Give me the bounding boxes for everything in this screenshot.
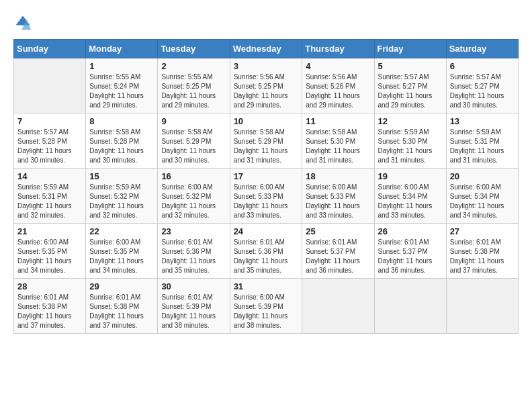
- day-number: 29: [89, 281, 154, 291]
- day-info: Sunrise: 5:59 AMSunset: 5:32 PMDaylight:…: [89, 183, 154, 220]
- calendar-cell: 23Sunrise: 6:01 AMSunset: 5:36 PMDayligh…: [158, 224, 230, 279]
- day-info: Sunrise: 6:00 AMSunset: 5:32 PMDaylight:…: [161, 183, 226, 220]
- calendar-cell: 19Sunrise: 6:00 AMSunset: 5:34 PMDayligh…: [374, 169, 446, 224]
- day-info: Sunrise: 6:00 AMSunset: 5:35 PMDaylight:…: [89, 238, 154, 275]
- day-number: 8: [89, 116, 154, 126]
- page-header: [13, 13, 519, 32]
- header-friday: Friday: [374, 40, 446, 58]
- header-thursday: Thursday: [302, 40, 374, 58]
- day-info: Sunrise: 6:00 AMSunset: 5:33 PMDaylight:…: [234, 183, 299, 220]
- day-number: 5: [378, 61, 443, 71]
- day-number: 14: [17, 171, 82, 181]
- logo-icon: [13, 13, 32, 32]
- day-number: 16: [161, 171, 226, 181]
- day-info: Sunrise: 6:00 AMSunset: 5:35 PMDaylight:…: [17, 238, 82, 275]
- day-info: Sunrise: 5:57 AMSunset: 5:28 PMDaylight:…: [17, 128, 82, 165]
- calendar-week-row: 7Sunrise: 5:57 AMSunset: 5:28 PMDaylight…: [14, 113, 519, 169]
- day-info: Sunrise: 6:01 AMSunset: 5:38 PMDaylight:…: [17, 293, 82, 330]
- day-number: 18: [306, 171, 370, 181]
- calendar-cell: 5Sunrise: 5:57 AMSunset: 5:27 PMDaylight…: [374, 58, 446, 113]
- day-info: Sunrise: 5:58 AMSunset: 5:29 PMDaylight:…: [161, 128, 226, 165]
- calendar-cell: 27Sunrise: 6:01 AMSunset: 5:38 PMDayligh…: [446, 224, 518, 279]
- calendar-cell: 26Sunrise: 6:01 AMSunset: 5:37 PMDayligh…: [374, 224, 446, 279]
- day-number: 17: [234, 171, 299, 181]
- day-number: 27: [450, 226, 515, 236]
- calendar-cell: 12Sunrise: 5:59 AMSunset: 5:30 PMDayligh…: [374, 113, 446, 169]
- calendar-cell: 14Sunrise: 5:59 AMSunset: 5:31 PMDayligh…: [14, 169, 86, 224]
- calendar-cell: [374, 279, 446, 334]
- day-info: Sunrise: 6:01 AMSunset: 5:38 PMDaylight:…: [89, 293, 154, 330]
- calendar-cell: 20Sunrise: 6:00 AMSunset: 5:34 PMDayligh…: [446, 169, 518, 224]
- day-number: 21: [17, 226, 82, 236]
- calendar-cell: 11Sunrise: 5:58 AMSunset: 5:30 PMDayligh…: [302, 113, 374, 169]
- day-info: Sunrise: 5:56 AMSunset: 5:25 PMDaylight:…: [234, 73, 299, 110]
- calendar-cell: 30Sunrise: 6:01 AMSunset: 5:39 PMDayligh…: [158, 279, 230, 334]
- day-number: 9: [161, 116, 226, 126]
- day-info: Sunrise: 6:00 AMSunset: 5:34 PMDaylight:…: [450, 183, 515, 220]
- day-number: 6: [450, 61, 515, 71]
- header-sunday: Sunday: [14, 40, 86, 58]
- day-info: Sunrise: 6:00 AMSunset: 5:39 PMDaylight:…: [234, 293, 299, 330]
- day-info: Sunrise: 5:59 AMSunset: 5:31 PMDaylight:…: [17, 183, 82, 220]
- day-number: 2: [161, 61, 226, 71]
- calendar-cell: 22Sunrise: 6:00 AMSunset: 5:35 PMDayligh…: [86, 224, 158, 279]
- day-number: 26: [378, 226, 443, 236]
- day-info: Sunrise: 5:58 AMSunset: 5:29 PMDaylight:…: [234, 128, 299, 165]
- calendar-week-row: 14Sunrise: 5:59 AMSunset: 5:31 PMDayligh…: [14, 169, 519, 224]
- calendar-week-row: 1Sunrise: 5:55 AMSunset: 5:24 PMDaylight…: [14, 58, 519, 113]
- day-info: Sunrise: 6:01 AMSunset: 5:36 PMDaylight:…: [234, 238, 299, 275]
- calendar-cell: 18Sunrise: 6:00 AMSunset: 5:33 PMDayligh…: [302, 169, 374, 224]
- calendar-cell: 7Sunrise: 5:57 AMSunset: 5:28 PMDaylight…: [14, 113, 86, 169]
- header-tuesday: Tuesday: [158, 40, 230, 58]
- calendar-cell: 10Sunrise: 5:58 AMSunset: 5:29 PMDayligh…: [230, 113, 302, 169]
- day-number: 12: [378, 116, 443, 126]
- calendar-cell: 15Sunrise: 5:59 AMSunset: 5:32 PMDayligh…: [86, 169, 158, 224]
- logo: [13, 13, 35, 32]
- calendar-cell: 25Sunrise: 6:01 AMSunset: 5:37 PMDayligh…: [302, 224, 374, 279]
- calendar-week-row: 28Sunrise: 6:01 AMSunset: 5:38 PMDayligh…: [14, 279, 519, 334]
- day-number: 24: [234, 226, 299, 236]
- header-monday: Monday: [86, 40, 158, 58]
- calendar-cell: 8Sunrise: 5:58 AMSunset: 5:28 PMDaylight…: [86, 113, 158, 169]
- calendar-cell: 3Sunrise: 5:56 AMSunset: 5:25 PMDaylight…: [230, 58, 302, 113]
- calendar-cell: 2Sunrise: 5:55 AMSunset: 5:25 PMDaylight…: [158, 58, 230, 113]
- calendar-cell: 21Sunrise: 6:00 AMSunset: 5:35 PMDayligh…: [14, 224, 86, 279]
- day-info: Sunrise: 6:00 AMSunset: 5:33 PMDaylight:…: [306, 183, 370, 220]
- day-number: 31: [234, 281, 299, 291]
- calendar-cell: 1Sunrise: 5:55 AMSunset: 5:24 PMDaylight…: [86, 58, 158, 113]
- calendar-cell: 6Sunrise: 5:57 AMSunset: 5:27 PMDaylight…: [446, 58, 518, 113]
- day-info: Sunrise: 6:01 AMSunset: 5:38 PMDaylight:…: [450, 238, 515, 275]
- day-number: 22: [89, 226, 154, 236]
- day-number: 15: [89, 171, 154, 181]
- day-number: 25: [306, 226, 370, 236]
- calendar-cell: 4Sunrise: 5:56 AMSunset: 5:26 PMDaylight…: [302, 58, 374, 113]
- day-number: 23: [161, 226, 226, 236]
- calendar-cell: 13Sunrise: 5:59 AMSunset: 5:31 PMDayligh…: [446, 113, 518, 169]
- calendar-cell: 16Sunrise: 6:00 AMSunset: 5:32 PMDayligh…: [158, 169, 230, 224]
- day-number: 10: [234, 116, 299, 126]
- day-number: 3: [234, 61, 299, 71]
- calendar-cell: 24Sunrise: 6:01 AMSunset: 5:36 PMDayligh…: [230, 224, 302, 279]
- calendar-table: SundayMondayTuesdayWednesdayThursdayFrid…: [13, 39, 519, 334]
- day-number: 19: [378, 171, 443, 181]
- day-number: 1: [89, 61, 154, 71]
- calendar-cell: 29Sunrise: 6:01 AMSunset: 5:38 PMDayligh…: [86, 279, 158, 334]
- header-saturday: Saturday: [446, 40, 518, 58]
- day-info: Sunrise: 6:01 AMSunset: 5:37 PMDaylight:…: [306, 238, 370, 275]
- calendar-week-row: 21Sunrise: 6:00 AMSunset: 5:35 PMDayligh…: [14, 224, 519, 279]
- calendar-header-row: SundayMondayTuesdayWednesdayThursdayFrid…: [14, 40, 519, 58]
- day-number: 20: [450, 171, 515, 181]
- day-info: Sunrise: 5:55 AMSunset: 5:24 PMDaylight:…: [89, 73, 154, 110]
- day-info: Sunrise: 5:58 AMSunset: 5:28 PMDaylight:…: [89, 128, 154, 165]
- header-wednesday: Wednesday: [230, 40, 302, 58]
- calendar-cell: 31Sunrise: 6:00 AMSunset: 5:39 PMDayligh…: [230, 279, 302, 334]
- day-info: Sunrise: 5:55 AMSunset: 5:25 PMDaylight:…: [161, 73, 226, 110]
- calendar-cell: [446, 279, 518, 334]
- day-info: Sunrise: 5:57 AMSunset: 5:27 PMDaylight:…: [378, 73, 443, 110]
- day-number: 13: [450, 116, 515, 126]
- day-info: Sunrise: 6:01 AMSunset: 5:39 PMDaylight:…: [161, 293, 226, 330]
- day-number: 11: [306, 116, 370, 126]
- calendar-cell: 28Sunrise: 6:01 AMSunset: 5:38 PMDayligh…: [14, 279, 86, 334]
- day-number: 30: [161, 281, 226, 291]
- day-info: Sunrise: 5:58 AMSunset: 5:30 PMDaylight:…: [306, 128, 370, 165]
